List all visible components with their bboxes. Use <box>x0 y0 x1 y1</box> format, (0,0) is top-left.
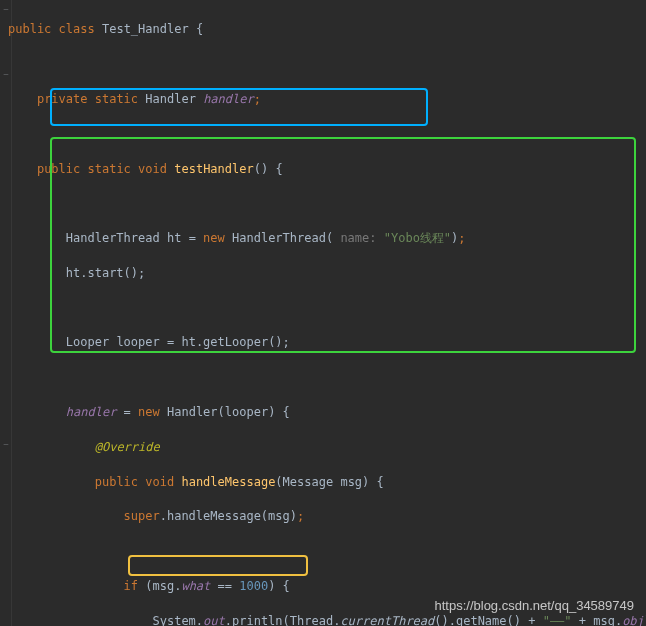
code-editor[interactable]: public class Test_Handler { private stat… <box>0 0 646 626</box>
kw: private <box>37 92 88 106</box>
annotation: @Override <box>95 440 160 454</box>
keyword-class: class <box>59 22 95 36</box>
kw: new <box>138 405 160 419</box>
field: what <box>181 579 210 593</box>
call: .println(Thread. <box>225 614 341 626</box>
kw: if <box>124 579 138 593</box>
kw: void <box>138 162 167 176</box>
kw: public <box>37 162 80 176</box>
method-name: handleMessage <box>181 475 275 489</box>
kw: static <box>88 162 131 176</box>
static-call: currentThread <box>340 614 434 626</box>
method-name: testHandler <box>174 162 253 176</box>
var: looper <box>116 335 159 349</box>
class-name: Test_Handler <box>102 22 189 36</box>
kw: public <box>95 475 138 489</box>
number-literal: 1000 <box>239 579 268 593</box>
expr: ht.getLooper(); <box>181 335 289 349</box>
keyword-public: public <box>8 22 51 36</box>
field-handler: handler <box>66 405 117 419</box>
field-handler: handler <box>203 92 254 106</box>
type: Handler <box>145 92 196 106</box>
op: == <box>210 579 239 593</box>
ctor-call: Handler(looper) { <box>167 405 290 419</box>
kw: static <box>95 92 138 106</box>
param: msg <box>340 475 362 489</box>
param-hint: name: <box>333 231 384 245</box>
type: Looper <box>66 335 109 349</box>
ctor: HandlerThread <box>232 231 326 245</box>
watermark-text: https://blog.csdn.net/qq_34589749 <box>435 597 635 616</box>
var: ht <box>167 231 181 245</box>
type: HandlerThread <box>66 231 160 245</box>
expr: System. <box>153 614 204 626</box>
expr: msg. <box>153 579 182 593</box>
string-literal: "Yobo线程" <box>384 231 451 245</box>
kw: new <box>203 231 225 245</box>
kw: void <box>145 475 174 489</box>
stmt: ht.start(); <box>66 266 145 280</box>
type: Message <box>283 475 334 489</box>
field: out <box>203 614 225 626</box>
